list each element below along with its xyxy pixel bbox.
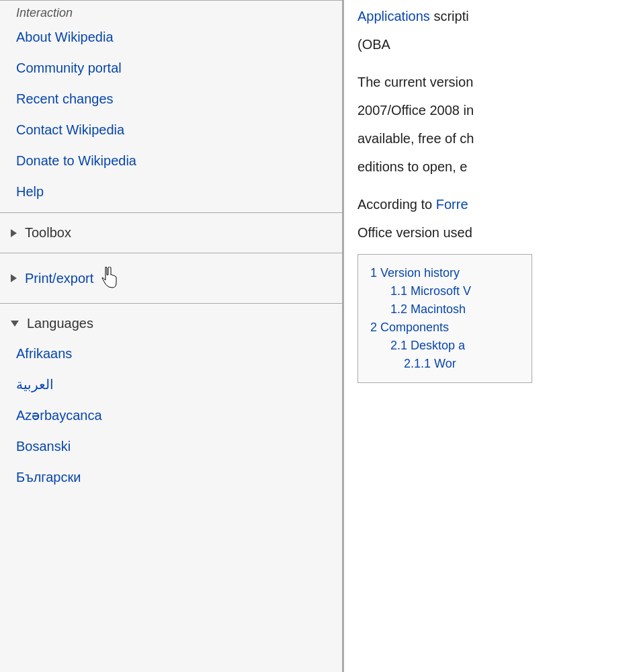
toc-item-2[interactable]: 2 Components [370,319,519,337]
toc-item-1-2[interactable]: 1.2 Macintosh [370,300,519,319]
print-export-arrow-icon [11,274,17,282]
toc-item-2-1-1[interactable]: 2.1.1 Wor [370,355,519,373]
interaction-heading: Interaction [16,6,73,19]
para-2b: 2007/Office 2008 in [357,93,620,121]
toolbox-header[interactable]: Toolbox [0,218,342,247]
bosnian-link[interactable]: Bosanski [0,431,342,462]
donate-wikipedia-link[interactable]: Donate to Wikipedia [0,145,342,176]
bulgarian-link[interactable]: Български [0,462,342,493]
para-1: Applications scripti [357,0,620,27]
languages-header[interactable]: Languages [0,309,342,338]
para-2: The current version [357,65,620,93]
para-2c: available, free of ch [357,121,620,149]
toolbox-label: Toolbox [25,225,71,241]
print-export-header[interactable]: Print/export [0,259,342,298]
applications-link[interactable]: Applications [357,9,430,24]
divider-1 [0,212,342,213]
afrikaans-link[interactable]: Afrikaans [0,338,342,369]
cursor-pointer-icon [100,267,119,291]
languages-label: Languages [27,316,93,331]
recent-changes-link[interactable]: Recent changes [0,83,342,114]
applications-oba-text: (OBA [357,37,390,52]
help-link[interactable]: Help [0,176,342,207]
sidebar: Interaction About Wikipedia Community po… [0,0,343,672]
interaction-section: Interaction About Wikipedia Community po… [0,0,342,207]
office-2007-text: 2007/Office 2008 in [357,103,474,118]
print-export-link[interactable]: Print/export [25,271,93,286]
divider-2 [0,253,342,253]
arabic-link[interactable]: العربية [0,369,342,400]
toc-item-1-1[interactable]: 1.1 Microsoft V [370,282,519,300]
about-wikipedia-link[interactable]: About Wikipedia [0,22,342,52]
forrester-link[interactable]: Forre [436,197,468,212]
languages-section: Languages Afrikaans العربية Azərbaycanca… [0,309,342,493]
print-export-section: Print/export [0,259,342,298]
community-portal-link[interactable]: Community portal [0,52,342,83]
editions-text: editions to open, e [357,159,467,174]
according-to-text: According to [357,197,436,212]
toc-item-1[interactable]: 1 Version history [370,264,519,282]
divider-3 [0,303,342,304]
para-1b: (OBA [357,27,620,55]
para-1-text: scripti [430,9,469,24]
contact-wikipedia-link[interactable]: Contact Wikipedia [0,114,342,145]
para-2d: editions to open, e [357,149,620,177]
available-free-text: available, free of ch [357,131,474,146]
azerbaijani-link[interactable]: Azərbaycanca [0,400,342,431]
toc-item-2-1[interactable]: 2.1 Desktop a [370,337,519,355]
toc-box: 1 Version history 1.1 Microsoft V 1.2 Ma… [357,254,532,383]
para-3b: Office version used [357,215,620,243]
languages-arrow-icon [11,321,19,327]
main-content: Applications scripti (OBA The current ve… [344,0,633,672]
current-version-text: The current version [357,75,473,89]
office-version-text: Office version used [357,225,472,240]
toolbox-section: Toolbox [0,218,342,247]
para-3: According to Forre [357,187,620,215]
toolbox-arrow-icon [11,229,17,237]
